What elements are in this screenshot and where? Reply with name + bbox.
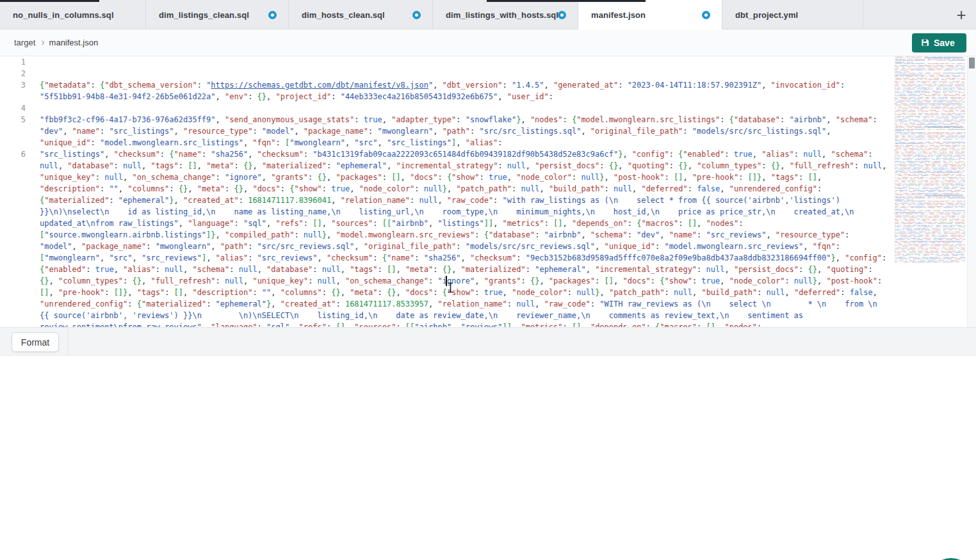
scrollbar-thumb[interactable] (969, 58, 975, 68)
line-number: 2 (0, 68, 26, 79)
code-line-3[interactable]: 3{"metadata": {"dbt_schema_version": "ht… (0, 79, 895, 102)
tab-bar-filler: + (863, 0, 976, 29)
breadcrumb-file: manifest.json (49, 38, 99, 47)
code-line-6[interactable]: 6"src_listings", "checksum": {"name": "s… (0, 148, 895, 327)
save-button[interactable]: Save (912, 33, 966, 52)
tab-label: dbt_project.yml (735, 10, 798, 20)
code-line-5[interactable]: 5"fbb9f3c2-cf96-4a17-b736-976a62d35ff9",… (0, 114, 895, 148)
line-number: 1 (0, 56, 26, 68)
browser-chrome-sliver (487, 0, 646, 2)
line-number: 5 (0, 114, 26, 148)
tab-label: no_nulls_in_columns.sql (13, 10, 114, 20)
tab-no_nulls_in_columns.sql[interactable]: no_nulls_in_columns.sql (0, 0, 146, 29)
plus-icon: + (956, 6, 966, 23)
modified-dot-icon[interactable] (702, 11, 710, 19)
line-number: 3 (0, 79, 26, 102)
tab-dbt_project.yml[interactable]: dbt_project.yml (722, 0, 863, 29)
modified-dot-icon[interactable] (268, 11, 277, 19)
tab-label: dim_listings_with_hosts.sql (446, 10, 558, 20)
tab-label: manifest.json (591, 10, 646, 20)
panel-divider (68, 328, 69, 356)
line-content[interactable]: {"metadata": {"dbt_schema_version": "htt… (40, 79, 887, 102)
tab-label: dim_listings_clean.sql (159, 10, 249, 20)
code-line-4[interactable]: 4 (0, 102, 895, 114)
line-content[interactable] (40, 68, 887, 79)
line-number: 4 (0, 102, 26, 114)
save-icon (921, 38, 929, 47)
line-number: 6 (0, 148, 26, 327)
browser-chrome-sliver (0, 0, 99, 2)
code-line-2[interactable]: 2 (0, 68, 895, 79)
new-tab-button[interactable]: + (952, 5, 971, 24)
format-button[interactable]: Format (12, 332, 59, 352)
tab-manifest.json[interactable]: manifest.json (578, 0, 722, 29)
line-content[interactable]: "fbb9f3c2-cf96-4a17-b736-976a62d35ff9", … (40, 114, 887, 148)
file-tab-bar: no_nulls_in_columns.sqldim_listings_clea… (0, 0, 976, 29)
tab-label: dim_hosts_clean.sql (302, 10, 385, 20)
breadcrumb-row: target › manifest.json Save (0, 29, 976, 56)
modified-dot-icon[interactable] (412, 11, 421, 19)
tab-dim_hosts_clean.sql[interactable]: dim_hosts_clean.sql (289, 0, 433, 29)
tab-dim_listings_with_hosts.sql[interactable]: dim_listings_with_hosts.sql (433, 0, 578, 29)
dbt-ide: no_nulls_in_columns.sqldim_listings_clea… (0, 0, 976, 560)
bottom-panel-strip: Format (0, 327, 976, 356)
chevron-right-icon: › (41, 36, 44, 48)
modified-dot-icon[interactable] (558, 11, 566, 19)
line-content[interactable] (40, 56, 887, 68)
line-content[interactable]: "src_listings", "checksum": {"name": "sh… (40, 148, 887, 327)
tab-dim_listings_clean.sql[interactable]: dim_listings_clean.sql (146, 0, 289, 29)
line-content[interactable] (40, 102, 887, 114)
tabs-container: no_nulls_in_columns.sqldim_listings_clea… (0, 0, 863, 29)
code-minimap[interactable]: {"metadata": {"dbt_schema_version": "htt… (895, 56, 966, 327)
code-line-1[interactable]: 1 (0, 56, 895, 68)
save-label: Save (934, 38, 955, 48)
minimap-content: {"metadata": {"dbt_schema_version": "htt… (895, 56, 966, 262)
text-cursor-icon (447, 282, 454, 296)
breadcrumb-folder[interactable]: target (14, 38, 35, 47)
vertical-scrollbar[interactable] (967, 56, 976, 327)
